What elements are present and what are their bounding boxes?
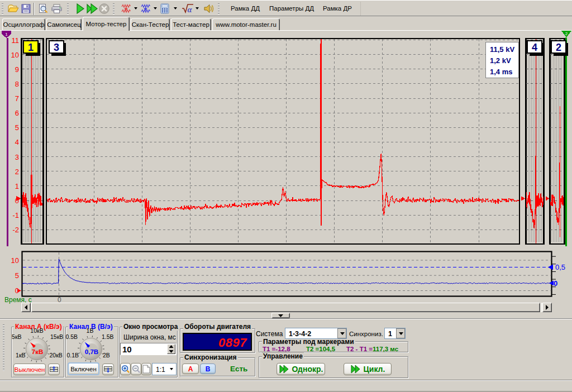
svg-text:7кВ: 7кВ bbox=[32, 348, 43, 355]
svg-text:5кВ: 5кВ bbox=[12, 333, 21, 340]
svg-text:1.5В: 1.5В bbox=[102, 333, 114, 340]
svg-text:10кВ: 10кВ bbox=[30, 327, 43, 334]
svg-text:1В: 1В bbox=[87, 327, 94, 334]
svg-text:0,7В: 0,7В bbox=[85, 348, 98, 355]
svg-text:0.5В: 0.5В bbox=[65, 333, 78, 340]
svg-text:1кВ: 1кВ bbox=[16, 352, 25, 358]
svg-text:0.1В: 0.1В bbox=[66, 352, 79, 358]
svg-text:2В: 2В bbox=[103, 352, 110, 358]
